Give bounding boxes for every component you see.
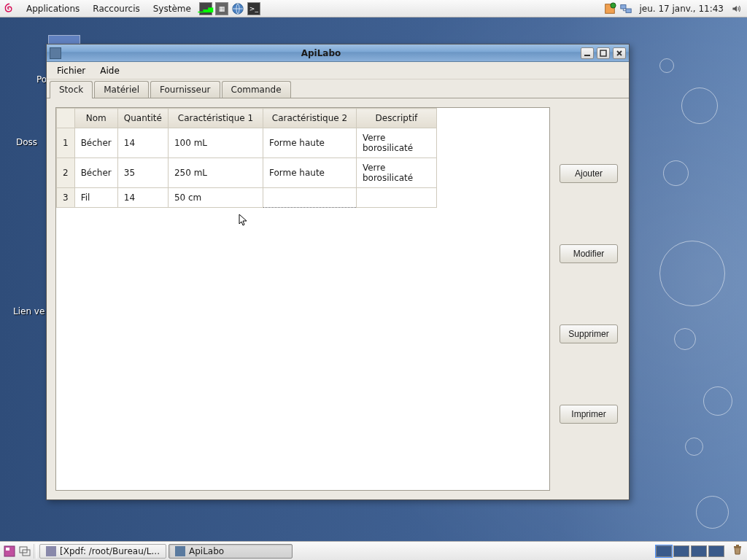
- cell-rownum: 2: [57, 158, 75, 188]
- cell-c1[interactable]: 100 mL: [168, 128, 263, 158]
- taskbar-item-apilabo[interactable]: ApiLabo: [169, 544, 293, 559]
- menubar: Fichier Aide: [47, 62, 629, 79]
- svg-rect-8: [6, 548, 9, 551]
- workspace-pager[interactable]: [656, 545, 724, 557]
- workspace-3[interactable]: [691, 545, 707, 557]
- trash-icon[interactable]: [731, 543, 744, 559]
- cell-c1[interactable]: 250 mL: [168, 158, 263, 188]
- edit-button[interactable]: Modifier: [560, 244, 618, 263]
- taskbar-item-xpdf[interactable]: [Xpdf: /root/Bureau/L...: [39, 544, 166, 559]
- cell-rownum: 1: [57, 128, 75, 158]
- tab-materiel[interactable]: Matériel: [94, 81, 149, 98]
- menu-file[interactable]: Fichier: [50, 63, 93, 78]
- app-window: ApiLabo Fichier Aide Stock Matériel Four…: [46, 44, 630, 500]
- svg-point-2: [611, 2, 616, 7]
- cell-c2[interactable]: [263, 188, 356, 208]
- workspace-4[interactable]: [708, 545, 724, 557]
- tab-commande[interactable]: Commande: [222, 81, 291, 98]
- stock-table[interactable]: Nom Quantité Caractéristique 1 Caractéri…: [55, 107, 550, 491]
- col-carac2[interactable]: Caractéristique 2: [263, 109, 356, 128]
- update-notifier-icon[interactable]: [603, 2, 616, 15]
- svg-rect-5: [584, 55, 590, 56]
- show-desktop-icon[interactable]: [3, 545, 16, 558]
- svg-rect-12: [736, 545, 739, 546]
- col-carac1[interactable]: Caractéristique 1: [168, 109, 263, 128]
- cell-qte[interactable]: 14: [117, 188, 168, 208]
- print-button[interactable]: Imprimer: [560, 405, 618, 424]
- col-quantite[interactable]: Quantité: [117, 109, 168, 128]
- cell-c1[interactable]: 50 cm: [168, 188, 263, 208]
- minimize-button[interactable]: [581, 47, 594, 59]
- titlebar[interactable]: ApiLabo: [47, 44, 629, 62]
- taskbar-label: [Xpdf: /root/Bureau/L...: [60, 546, 160, 556]
- volume-icon[interactable]: [730, 2, 743, 15]
- network-icon[interactable]: [619, 2, 632, 15]
- col-rownum[interactable]: [57, 109, 75, 128]
- cell-desc[interactable]: [356, 188, 436, 208]
- content-area: Nom Quantité Caractéristique 1 Caractéri…: [47, 98, 629, 499]
- svg-rect-11: [734, 546, 741, 548]
- table-row[interactable]: 3 Fil 14 50 cm: [57, 188, 437, 208]
- desktop-icon-label: Lien ve: [13, 306, 44, 316]
- action-sidebar: Ajouter Modifier Supprimer Imprimer: [557, 107, 620, 491]
- taskbar-label: ApiLabo: [189, 546, 224, 556]
- menu-help[interactable]: Aide: [93, 63, 127, 78]
- tab-bar: Stock Matériel Fournisseur Commande: [47, 79, 629, 98]
- clock[interactable]: jeu. 17 janv., 11:43: [635, 4, 728, 14]
- panel-separator: [34, 544, 37, 559]
- cell-nom[interactable]: Bécher: [74, 128, 117, 158]
- window-title: ApiLabo: [64, 48, 578, 58]
- close-button[interactable]: [613, 47, 626, 59]
- col-nom[interactable]: Nom: [74, 109, 117, 128]
- cell-rownum: 3: [57, 188, 75, 208]
- cell-nom[interactable]: Bécher: [74, 158, 117, 188]
- system-monitor-icon[interactable]: ▁▃▅: [199, 2, 212, 15]
- cell-desc[interactable]: Verre borosilicaté: [356, 158, 436, 188]
- add-button[interactable]: Ajouter: [560, 164, 618, 183]
- cell-desc[interactable]: Verre borosilicaté: [356, 128, 436, 158]
- col-descriptif[interactable]: Descriptif: [356, 109, 436, 128]
- svg-rect-6: [600, 50, 606, 56]
- window-app-icon: [50, 47, 61, 59]
- window-list-icon[interactable]: [18, 545, 31, 558]
- tab-fournisseur[interactable]: Fournisseur: [150, 81, 220, 98]
- svg-rect-4: [626, 9, 631, 12]
- terminal-icon[interactable]: >_: [247, 2, 260, 15]
- delete-button[interactable]: Supprimer: [560, 324, 618, 343]
- table-row[interactable]: 1 Bécher 14 100 mL Forme haute Verre bor…: [57, 128, 437, 158]
- workspace-1[interactable]: [656, 545, 672, 557]
- menu-system[interactable]: Système: [147, 2, 197, 15]
- table-row[interactable]: 2 Bécher 35 250 mL Forme haute Verre bor…: [57, 158, 437, 188]
- cell-qte[interactable]: 35: [117, 158, 168, 188]
- cell-qte[interactable]: 14: [117, 128, 168, 158]
- bottom-panel: [Xpdf: /root/Bureau/L... ApiLabo: [0, 541, 747, 560]
- desktop-icon-label: Doss: [16, 137, 37, 147]
- debian-logo-icon[interactable]: [3, 2, 16, 15]
- cell-nom[interactable]: Fil: [74, 188, 117, 208]
- xpdf-icon: [46, 546, 56, 556]
- cell-c2[interactable]: Forme haute: [263, 158, 356, 188]
- cell-c2[interactable]: Forme haute: [263, 128, 356, 158]
- tab-stock[interactable]: Stock: [50, 81, 93, 98]
- workspace-2[interactable]: [673, 545, 689, 557]
- calculator-icon[interactable]: ▦: [215, 2, 228, 15]
- web-browser-icon[interactable]: [231, 2, 244, 15]
- menu-shortcuts[interactable]: Raccourcis: [87, 2, 145, 15]
- apilabo-icon: [175, 546, 185, 556]
- menu-applications[interactable]: Applications: [20, 2, 85, 15]
- svg-rect-3: [621, 4, 626, 8]
- top-panel: Applications Raccourcis Système ▁▃▅ ▦ >_…: [0, 0, 747, 18]
- maximize-button[interactable]: [597, 47, 610, 59]
